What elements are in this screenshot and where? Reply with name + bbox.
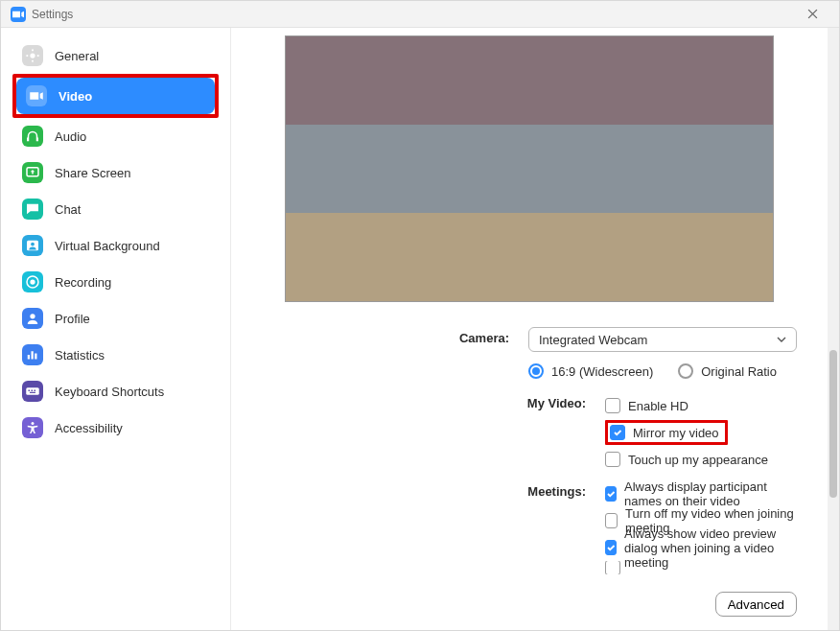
checkbox-icon: [605, 540, 617, 555]
highlight-mirror-option: Mirror my video: [605, 420, 728, 445]
window-title: Settings: [32, 8, 795, 21]
checkbox-icon: [605, 398, 620, 413]
svg-rect-11: [30, 392, 35, 393]
radio-aspect-169[interactable]: 16:9 (Widescreen): [528, 358, 653, 385]
video-preview: [285, 35, 774, 302]
checkbox-label: Mirror my video: [633, 426, 719, 440]
checkbox-icon: [605, 513, 618, 528]
checkbox-icon: [605, 452, 620, 467]
virtual-background-icon: [22, 235, 43, 256]
sidebar-item-label: Video: [58, 89, 92, 104]
radio-label: Original Ratio: [701, 364, 777, 379]
sidebar-item-keyboard-shortcuts[interactable]: Keyboard Shortcuts: [12, 373, 219, 409]
svg-point-3: [31, 243, 35, 246]
checkbox-touch-up[interactable]: Touch up my appearance: [605, 446, 797, 473]
advanced-button[interactable]: Advanced: [715, 592, 797, 617]
sidebar-item-label: Statistics: [55, 348, 105, 362]
statistics-icon: [22, 344, 43, 365]
camera-select[interactable]: Integrated Webcam: [528, 327, 797, 352]
sidebar-item-profile[interactable]: Profile: [12, 300, 219, 337]
svg-point-6: [30, 314, 35, 318]
scrollbar-thumb[interactable]: [829, 350, 837, 498]
sidebar-item-virtual-background[interactable]: Virtual Background: [12, 227, 219, 264]
radio-icon: [528, 363, 544, 379]
gear-icon: [22, 45, 43, 66]
sidebar-item-statistics[interactable]: Statistics: [12, 337, 219, 373]
chevron-down-icon: [777, 333, 786, 347]
settings-window: Settings General Video: [0, 0, 840, 631]
close-icon[interactable]: [795, 1, 829, 27]
radio-label: 16:9 (Widescreen): [551, 364, 653, 379]
sidebar-item-label: Accessibility: [55, 421, 123, 435]
video-icon: [26, 85, 47, 106]
checkbox-enable-hd[interactable]: Enable HD: [605, 392, 797, 419]
sidebar-item-label: Recording: [55, 275, 111, 290]
sidebar-item-label: Keyboard Shortcuts: [55, 385, 164, 399]
sidebar-item-general[interactable]: General: [12, 37, 219, 74]
checkbox-icon: [605, 486, 617, 502]
sidebar: General Video Audio: [1, 28, 231, 630]
sidebar-item-label: Audio: [55, 129, 86, 144]
svg-point-12: [32, 422, 35, 425]
checkbox-label: Always display participant names on thei…: [624, 479, 797, 508]
sidebar-item-label: Chat: [55, 202, 81, 217]
main-panel: Camera: Integrated Webcam 16:9 (Widescre…: [231, 28, 839, 630]
share-screen-icon: [22, 162, 43, 183]
sidebar-item-video[interactable]: Video: [16, 78, 215, 114]
checkbox-display-names[interactable]: Always display participant names on thei…: [605, 480, 797, 507]
checkbox-icon: [605, 561, 620, 574]
accessibility-icon: [22, 417, 43, 438]
headphones-icon: [22, 126, 43, 147]
svg-rect-10: [35, 390, 36, 392]
checkbox-mirror-video[interactable]: [610, 425, 625, 440]
svg-point-0: [30, 53, 35, 58]
svg-rect-9: [32, 390, 34, 392]
highlight-video-nav: Video: [12, 74, 219, 118]
my-video-label: My Video:: [231, 392, 605, 410]
recording-icon: [22, 271, 43, 292]
profile-icon: [22, 308, 43, 329]
sidebar-item-label: Virtual Background: [55, 239, 160, 253]
camera-label: Camera:: [231, 327, 528, 345]
radio-aspect-original[interactable]: Original Ratio: [678, 358, 777, 385]
chat-icon: [22, 199, 43, 220]
camera-selected: Integrated Webcam: [539, 333, 647, 347]
radio-icon: [678, 363, 693, 379]
sidebar-item-accessibility[interactable]: Accessibility: [12, 409, 219, 446]
checkbox-preview-dialog[interactable]: Always show video preview dialog when jo…: [605, 534, 797, 561]
sidebar-item-audio[interactable]: Audio: [12, 118, 219, 154]
checkbox-label: Always show video preview dialog when jo…: [624, 526, 797, 570]
sidebar-item-label: Share Screen: [55, 166, 131, 180]
sidebar-item-chat[interactable]: Chat: [12, 191, 219, 227]
sidebar-item-recording[interactable]: Recording: [12, 264, 219, 300]
svg-point-5: [30, 279, 35, 284]
meetings-label: Meetings:: [231, 480, 605, 499]
checkbox-label: Touch up my appearance: [628, 453, 768, 467]
scrollbar[interactable]: [828, 28, 839, 630]
svg-rect-8: [29, 390, 31, 392]
sidebar-item-share-screen[interactable]: Share Screen: [12, 154, 219, 191]
app-icon: [11, 7, 26, 22]
checkbox-label: Enable HD: [628, 399, 688, 413]
sidebar-item-label: General: [55, 49, 99, 63]
titlebar: Settings: [1, 1, 839, 28]
sidebar-item-label: Profile: [55, 312, 90, 326]
keyboard-icon: [22, 381, 43, 402]
